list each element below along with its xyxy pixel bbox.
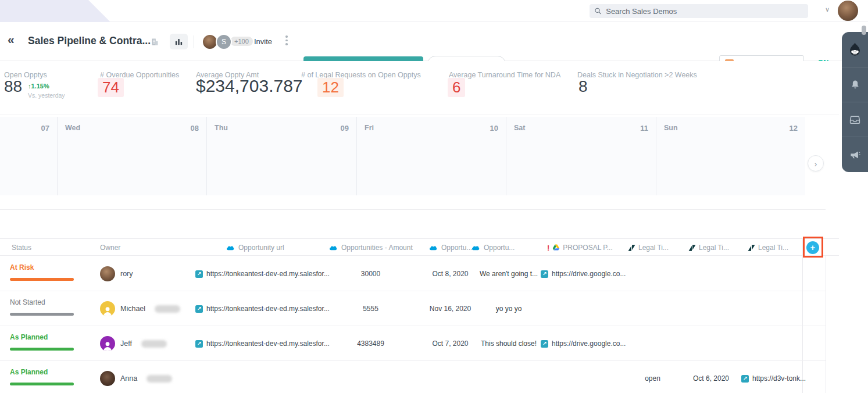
search-input[interactable] [606, 7, 803, 16]
kpi-label: Average Turnaround Time for NDA [449, 71, 560, 79]
calendar-day-cell[interactable]: Thu 09 [206, 117, 356, 195]
column-header-status[interactable]: Status [12, 239, 31, 256]
owner-name: Michael [120, 305, 145, 313]
external-link-icon: ↗ [195, 305, 203, 313]
redacted-name [141, 340, 167, 348]
day-number: 08 [191, 124, 199, 133]
calendar-day-cell[interactable]: 07 [0, 117, 57, 195]
note-cell: This should close! [470, 326, 548, 361]
highlight-annotation [803, 237, 823, 258]
external-link-icon: ↗ [195, 340, 203, 348]
proposal-url-cell[interactable]: ↗ https://drive.google.co... [541, 256, 626, 291]
bell-icon [849, 79, 861, 91]
opportunity-url-cell[interactable]: ↗ https://tonkeantest-dev-ed.my.salesfor… [195, 326, 330, 361]
scrollbar-thumb[interactable] [862, 26, 866, 35]
proposal-url-cell[interactable]: ↗ https://drive.google.co... [541, 326, 626, 361]
page-title: Sales Pipeline & Contra... [28, 35, 151, 47]
calendar-day-cell[interactable]: Fri 10 [356, 117, 506, 195]
kpi-label: Deals Stuck in Negotiation >2 Weeks [577, 71, 697, 79]
table-row[interactable]: As Planned Jeff ↗ https://tonkeantest-de… [0, 326, 826, 361]
sidebar-item-inbox[interactable] [842, 102, 868, 137]
opportunity-url[interactable]: https://tonkeantest-dev-ed.my.salesfor..… [206, 305, 330, 313]
warning-icon: ! [547, 244, 549, 252]
proposal-url[interactable]: https://drive.google.co... [552, 340, 626, 348]
calendar-day-cell[interactable]: Sun 12 [656, 117, 805, 195]
owner-name: Anna [120, 374, 137, 383]
chevron-down-icon[interactable]: ∨ [825, 6, 830, 13]
owner-cell[interactable]: Anna [100, 361, 172, 393]
table-row[interactable]: As Planned Anna open Oct 6, 2020 ↗ https… [0, 361, 826, 393]
proposal-url[interactable]: https://drive.google.co... [552, 270, 626, 278]
legal-date-cell: Oct 6, 2020 [679, 361, 743, 393]
person-icon [102, 306, 113, 316]
redacted-name [147, 375, 172, 383]
owner-cell[interactable]: Jeff [100, 326, 167, 361]
member-overflow-badge[interactable]: +100 [230, 37, 253, 46]
member-avatar-initial[interactable]: S [216, 34, 232, 50]
person-icon [102, 341, 113, 351]
status-label: As Planned [10, 368, 74, 376]
day-name: Fri [365, 124, 374, 132]
corner-decoration [0, 0, 110, 22]
legal-status-cell: open [625, 361, 680, 393]
table-row[interactable]: At Risk rory ↗ https://tonkeantest-dev-e… [0, 256, 826, 291]
divider [194, 35, 194, 48]
chart-view-button[interactable] [170, 34, 188, 49]
calendar-day-cell[interactable]: Wed 08 [57, 117, 206, 195]
owner-cell[interactable]: rory [100, 256, 133, 291]
zendesk-icon [748, 244, 755, 252]
table-row[interactable]: Not Started Michael ↗ https://tonkeantes… [0, 291, 826, 326]
calendar-next-button[interactable]: › [808, 155, 824, 172]
column-header-proposal[interactable]: ! PROPOSAL P... [547, 239, 613, 256]
column-header-amount[interactable]: Opportunities - Amount [328, 239, 413, 256]
user-avatar[interactable] [838, 1, 858, 21]
owner-avatar [100, 266, 115, 281]
calendar-day-cell[interactable]: Sat 11 [506, 117, 656, 195]
owner-cell[interactable]: Michael [100, 291, 180, 326]
salesforce-icon [471, 244, 481, 251]
kpi-value: 74 [98, 78, 124, 97]
kebab-menu-icon[interactable] [285, 35, 288, 47]
sidebar-item-home[interactable] [842, 32, 868, 67]
invite-button[interactable]: Invite [254, 37, 272, 46]
organization-icon[interactable] [151, 37, 159, 48]
legal-url[interactable]: https://d3v-tonk... [752, 374, 806, 383]
sidebar-item-notifications[interactable] [842, 67, 868, 102]
column-header-close-date[interactable]: Opportu... [428, 239, 472, 256]
opportunity-url[interactable]: https://tonkeantest-dev-ed.my.salesfor..… [206, 340, 330, 348]
column-header-note[interactable]: Opportu... [471, 239, 515, 256]
column-header-legal-1[interactable]: Legal Ti... [628, 239, 669, 256]
collapse-back-icon[interactable]: « [8, 33, 13, 47]
title-bar: « Sales Pipeline & Contra... +100 S Invi… [0, 22, 868, 61]
status-bar [10, 348, 74, 351]
amount-cell: 30000 [326, 256, 416, 291]
column-header-opportunity-url[interactable]: Opportunity url [226, 239, 284, 256]
day-number: 11 [640, 124, 648, 133]
external-link-icon: ↗ [541, 340, 548, 348]
status-cell[interactable]: As Planned [10, 368, 74, 393]
opportunity-url[interactable]: https://tonkeantest-dev-ed.my.salesfor..… [206, 270, 330, 278]
search-box[interactable] [590, 4, 808, 18]
opportunity-url-cell[interactable]: ↗ https://tonkeantest-dev-ed.my.salesfor… [195, 256, 330, 291]
megaphone-icon [849, 149, 861, 160]
top-bar: ∨ [0, 0, 868, 22]
table-outer-border [826, 256, 826, 393]
column-header-legal-2[interactable]: Legal Ti... [688, 239, 729, 256]
chevron-right-icon: › [815, 159, 817, 169]
salesforce-icon [226, 244, 235, 251]
google-drive-icon [552, 244, 560, 251]
legal-url-cell[interactable]: ↗ https://d3v-tonk... [741, 361, 806, 393]
sidebar-item-announcements[interactable] [842, 137, 868, 172]
kpi-value: 88 [4, 77, 22, 96]
external-link-icon: ↗ [741, 375, 749, 383]
day-number: 10 [490, 124, 498, 133]
note-cell: yo yo yo [470, 291, 548, 326]
zendesk-icon [688, 244, 696, 252]
column-header-legal-3[interactable]: Legal Ti... [748, 239, 788, 256]
column-header-owner[interactable]: Owner [100, 239, 120, 256]
opportunity-url-cell[interactable]: ↗ https://tonkeantest-dev-ed.my.salesfor… [195, 291, 330, 326]
app-screen: ∨ « Sales Pipeline & Contra... +100 S [0, 0, 868, 393]
amount-cell: 4383489 [326, 326, 416, 361]
status-bar [10, 278, 74, 281]
external-link-icon: ↗ [195, 270, 203, 278]
